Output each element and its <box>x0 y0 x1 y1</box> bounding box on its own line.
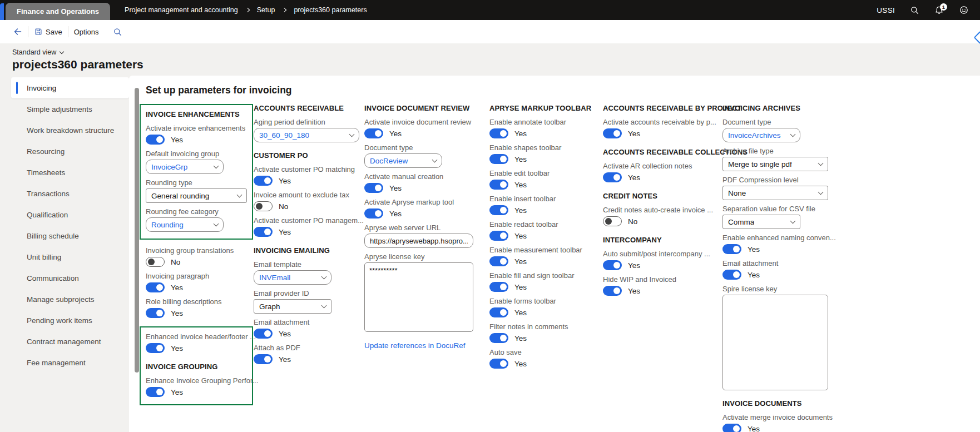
activate-manual-creation-toggle[interactable] <box>364 183 383 193</box>
field-activate-customer-po-matching: Activate customer PO matchingYes <box>254 165 359 186</box>
section-header-accounts-receivable-by-project: ACCOUNTS RECEIVABLE BY PROJECT <box>603 104 712 112</box>
filter-notes-in-comments-toggle[interactable] <box>489 333 508 343</box>
enable-fill-and-sign-toolbar-toggle[interactable] <box>489 282 508 292</box>
sidebar-item-label: Invoicing <box>27 84 56 92</box>
sidebar-item-communication[interactable]: Communication <box>11 267 129 289</box>
enable-insert-toolbar-toggle[interactable] <box>489 205 508 215</box>
toggle-value: Yes <box>514 309 527 317</box>
enable-measurement-toolbar-toggle[interactable] <box>489 256 508 266</box>
sidebar-item-transactions[interactable]: Transactions <box>11 183 129 204</box>
separation-value-for-csv-file-dropdown[interactable]: Comma <box>722 215 800 229</box>
invoice-amount-to-exclude-tax-toggle[interactable] <box>254 201 273 211</box>
activate-apryse-markup-tool-toggle[interactable] <box>364 208 383 219</box>
field-enable-annotate-toolbar: Enable annotate toolbarYes <box>489 118 593 139</box>
sidebar-item-billing-schedule[interactable]: Billing schedule <box>11 225 129 246</box>
enable-enhanced-naming-conven-toggle[interactable] <box>722 244 741 254</box>
enable-forms-toolbar-toggle[interactable] <box>489 307 508 317</box>
aging-period-definition-dropdown[interactable]: 30_60_90_180 <box>254 128 359 142</box>
sidebar-item-manage-subprojects[interactable]: Manage subprojects <box>11 289 129 310</box>
field-enable-enhanced-naming-conven: Enable enhanced naming conven...Yes <box>722 234 828 255</box>
auto-submit-post-intercompany-toggle[interactable] <box>603 260 622 270</box>
bell-icon[interactable]: 1 <box>934 6 944 15</box>
activate-accounts-receivable-by-p-toggle[interactable] <box>603 128 622 138</box>
enable-shapes-toolbar-toggle[interactable] <box>489 154 508 164</box>
enable-annotate-toolbar-toggle[interactable] <box>489 128 508 138</box>
archive-file-type-dropdown[interactable]: Merge to single pdf <box>722 157 828 171</box>
email-attachment-toggle[interactable] <box>254 329 273 339</box>
email-template-dropdown[interactable]: INVEmail <box>254 270 331 285</box>
smiley-icon[interactable] <box>959 5 969 15</box>
field-credit-notes-auto-create-invoice: Credit notes auto-create invoice ...No <box>603 206 712 227</box>
breadcrumb-item-setup[interactable]: Setup <box>257 6 275 14</box>
back-button[interactable] <box>7 23 28 40</box>
enable-edit-toolbar-toggle[interactable] <box>489 180 508 190</box>
breadcrumb-item-page[interactable]: projects360 parameters <box>294 6 367 14</box>
activate-merge-invoice-documents-toggle[interactable] <box>722 424 741 432</box>
dropdown-value: INVEmail <box>259 274 290 282</box>
activate-invoice-enhancements-toggle[interactable] <box>146 135 165 145</box>
sidebar-item-timesheets[interactable]: Timesheets <box>11 162 129 183</box>
toggle-row: Yes <box>146 282 247 293</box>
rounding-type-dropdown[interactable]: General rounding <box>146 188 247 203</box>
credit-notes-auto-create-invoice-toggle[interactable] <box>603 216 622 226</box>
spire-license-key-textarea[interactable] <box>722 295 828 390</box>
dropdown-value: Rounding <box>151 221 184 229</box>
sidebar-item-resourcing[interactable]: Resourcing <box>11 141 129 162</box>
auto-save-toggle[interactable] <box>489 359 508 369</box>
search-icon[interactable] <box>107 23 128 40</box>
enable-redact-toolbar-toggle[interactable] <box>489 231 508 241</box>
activate-customer-po-matching-toggle[interactable] <box>254 176 273 186</box>
role-billing-descriptions-toggle[interactable] <box>146 308 165 318</box>
app-tab-finance-and-operations[interactable]: Finance and Operations <box>6 3 110 20</box>
enhance-invoice-grouping-perfor-toggle[interactable] <box>146 387 165 397</box>
view-selector[interactable]: Standard view <box>12 48 63 56</box>
attach-as-pdf-toggle[interactable] <box>254 354 273 364</box>
document-type-dropdown[interactable]: InvoiceArchives <box>722 128 800 142</box>
activate-invoice-document-review-toggle[interactable] <box>364 128 383 138</box>
chevron-down-icon <box>818 189 824 195</box>
update-references-in-docuref-link[interactable]: Update references in DocuRef <box>364 341 466 350</box>
feedback-icon[interactable] <box>973 31 980 44</box>
pdf-compression-level-dropdown[interactable]: None <box>722 186 828 200</box>
window-accent <box>0 3 4 20</box>
breadcrumb-item-module[interactable]: Project management and accounting <box>125 6 238 14</box>
field-email-attachment: Email attachmentYes <box>254 318 359 339</box>
sidebar-item-label: Work breakdown structure <box>27 126 114 135</box>
email-attachment-toggle[interactable] <box>722 270 741 280</box>
search-icon[interactable] <box>910 6 919 15</box>
section-header-apryse-markup-toolbar: APRYSE MARKUP TOOLBAR <box>489 104 593 112</box>
sidebar-item-work-breakdown-structure[interactable]: Work breakdown structure <box>11 120 129 141</box>
options-button[interactable]: Options <box>68 23 105 40</box>
email-provider-id-dropdown[interactable]: Graph <box>254 299 331 314</box>
sidebar-item-label: Contract management <box>27 337 101 346</box>
sidebar-item-qualification[interactable]: Qualification <box>11 204 129 225</box>
sidebar-item-simple-adjustments[interactable]: Simple adjustments <box>11 98 129 120</box>
activate-ar-collection-notes-toggle[interactable] <box>603 172 622 182</box>
save-button[interactable]: Save <box>28 23 68 40</box>
default-invoicing-group-dropdown[interactable]: InvoiceGrp <box>146 160 224 174</box>
apryse-web-server-url-input[interactable] <box>364 234 473 248</box>
field-label: Invoicing paragraph <box>146 272 247 280</box>
back-arrow-icon <box>12 27 22 37</box>
sidebar-item-invoicing[interactable]: Invoicing <box>11 77 129 98</box>
field-aging-period-definition: Aging period definition30_60_90_180 <box>254 118 359 142</box>
activate-customer-po-managem-toggle[interactable] <box>254 227 273 237</box>
enhanced-invoice-header-footer-toggle[interactable] <box>146 343 165 353</box>
rounding-fee-category-dropdown[interactable]: Rounding <box>146 217 224 232</box>
field-label: Role billing descriptions <box>146 297 247 306</box>
field-label: Document type <box>364 143 473 152</box>
invoicing-group-translations-toggle[interactable] <box>146 257 165 267</box>
field-invoicing-group-translations: Invoicing group translationsNo <box>146 246 247 267</box>
apryse-license-key-textarea[interactable] <box>364 262 473 332</box>
sidebar-item-unit-billing[interactable]: Unit billing <box>11 246 129 267</box>
hide-wip-and-invoiced-toggle[interactable] <box>603 286 622 296</box>
document-type-dropdown[interactable]: DocReview <box>364 153 442 168</box>
settings-column-3: INVOICE DOCUMENT REVIEWActivate invoice … <box>364 104 473 351</box>
vertical-scrollbar[interactable] <box>135 88 139 373</box>
chevron-down-icon <box>321 302 327 308</box>
toggle-knob <box>264 229 271 235</box>
sidebar-item-fee-management[interactable]: Fee management <box>11 352 129 373</box>
sidebar-item-pending-work-items[interactable]: Pending work items <box>11 310 129 331</box>
invoicing-paragraph-toggle[interactable] <box>146 282 165 292</box>
sidebar-item-contract-management[interactable]: Contract management <box>11 331 129 352</box>
